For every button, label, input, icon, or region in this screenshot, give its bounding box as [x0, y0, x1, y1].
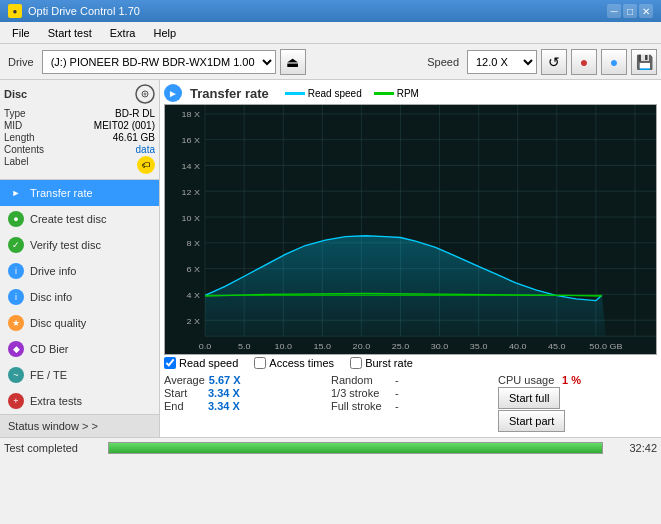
status-window-button[interactable]: Status window > >: [0, 414, 159, 437]
svg-text:16 X: 16 X: [182, 136, 201, 145]
nav-extra-tests[interactable]: + Extra tests: [0, 388, 159, 414]
nav-transfer-rate-label: Transfer rate: [30, 187, 93, 199]
disc-type-row: Type BD-R DL: [4, 108, 155, 119]
disc-length-row: Length 46.61 GB: [4, 132, 155, 143]
cd-bier-icon: ◆: [8, 341, 24, 357]
stat-end: End 3.34 X: [164, 400, 323, 412]
nav-transfer-rate[interactable]: ► Transfer rate: [0, 180, 159, 206]
menu-help[interactable]: Help: [145, 23, 184, 43]
svg-text:12 X: 12 X: [182, 187, 201, 196]
access-times-checkbox[interactable]: [254, 357, 266, 369]
disc-mid-value: MEIT02 (001): [94, 120, 155, 131]
disc-label-row: Label 🏷: [4, 156, 155, 174]
drive-label: Drive: [4, 56, 38, 68]
one-third-stroke-value: -: [395, 387, 399, 399]
nav-drive-info[interactable]: i Drive info: [0, 258, 159, 284]
disc-panel: Disc Type BD-R DL MID MEIT02 (001) Leng: [0, 80, 159, 180]
window-controls: ─ □ ✕: [607, 4, 653, 18]
chart-header: ► Transfer rate Read speed RPM: [164, 84, 657, 102]
maximize-button[interactable]: □: [623, 4, 637, 18]
legend-read-speed: Read speed: [285, 88, 362, 99]
svg-point-2: [144, 93, 147, 96]
full-stroke-value: -: [395, 400, 399, 412]
stat-start: Start 3.34 X: [164, 387, 323, 399]
disc-contents-value: data: [136, 144, 155, 155]
eject-button[interactable]: ⏏: [280, 49, 306, 75]
nav-menu: ► Transfer rate ● Create test disc ✓ Ver…: [0, 180, 159, 414]
svg-text:14 X: 14 X: [182, 162, 201, 171]
stat-start-full: Start full: [498, 387, 657, 409]
nav-create-test-disc[interactable]: ● Create test disc: [0, 206, 159, 232]
stat-1-3-stroke: 1/3 stroke -: [331, 387, 490, 399]
access-times-checkbox-item: Access times: [254, 357, 334, 369]
color1-button[interactable]: ●: [571, 49, 597, 75]
drive-info-icon: i: [8, 263, 24, 279]
legend-read-color: [285, 92, 305, 95]
stat-start-part: Start part: [498, 410, 657, 432]
chart-title: Transfer rate: [190, 86, 269, 101]
disc-info-icon: i: [8, 289, 24, 305]
nav-cd-bier[interactable]: ◆ CD Bier: [0, 336, 159, 362]
status-window-label: Status window > >: [8, 420, 98, 432]
nav-fe-te-label: FE / TE: [30, 369, 67, 381]
read-speed-checkbox[interactable]: [164, 357, 176, 369]
extra-tests-icon: +: [8, 393, 24, 409]
status-bar: Test completed 32:42: [0, 437, 661, 457]
burst-rate-checkbox-item: Burst rate: [350, 357, 413, 369]
disc-label-label: Label: [4, 156, 28, 174]
svg-text:0.0: 0.0: [199, 341, 212, 350]
nav-cd-bier-label: CD Bier: [30, 343, 69, 355]
nav-verify-test-disc[interactable]: ✓ Verify test disc: [0, 232, 159, 258]
close-button[interactable]: ✕: [639, 4, 653, 18]
stats-row-1: Average 5.67 X Start 3.34 X End 3.34 X R…: [164, 373, 657, 433]
verify-test-disc-icon: ✓: [8, 237, 24, 253]
minimize-button[interactable]: ─: [607, 4, 621, 18]
progress-bar-fill: [109, 443, 602, 453]
disc-type-label: Type: [4, 108, 26, 119]
burst-rate-checkbox[interactable]: [350, 357, 362, 369]
disc-contents-label: Contents: [4, 144, 44, 155]
legend-read-label: Read speed: [308, 88, 362, 99]
save-button[interactable]: 💾: [631, 49, 657, 75]
speed-label: Speed: [423, 56, 463, 68]
nav-disc-quality[interactable]: ★ Disc quality: [0, 310, 159, 336]
disc-type-value: BD-R DL: [115, 108, 155, 119]
disc-section-title: Disc: [4, 88, 27, 100]
drive-select[interactable]: (J:) PIONEER BD-RW BDR-WX1DM 1.00: [42, 50, 276, 74]
app-title: Opti Drive Control 1.70: [28, 5, 140, 17]
menu-extra[interactable]: Extra: [102, 23, 144, 43]
start-part-button[interactable]: Start part: [498, 410, 565, 432]
start-full-button[interactable]: Start full: [498, 387, 560, 409]
nav-fe-te[interactable]: ~ FE / TE: [0, 362, 159, 388]
stat-col-middle: Random - 1/3 stroke - Full stroke -: [331, 373, 490, 433]
svg-text:45.0: 45.0: [548, 341, 566, 350]
start-label: Start: [164, 387, 204, 399]
nav-disc-info[interactable]: i Disc info: [0, 284, 159, 310]
stat-cpu: CPU usage 1 %: [498, 374, 657, 386]
end-value: 3.34 X: [208, 400, 248, 412]
start-value: 3.34 X: [208, 387, 248, 399]
transfer-rate-icon: ►: [8, 185, 24, 201]
color2-button[interactable]: ●: [601, 49, 627, 75]
cpu-value: 1 %: [562, 374, 602, 386]
speed-select[interactable]: 12.0 X: [467, 50, 537, 74]
disc-label-icon: 🏷: [137, 156, 155, 174]
svg-text:50.0 GB: 50.0 GB: [589, 341, 622, 350]
disc-mid-row: MID MEIT02 (001): [4, 120, 155, 131]
access-times-label: Access times: [269, 357, 334, 369]
svg-text:40.0: 40.0: [509, 341, 527, 350]
app-icon: ●: [8, 4, 22, 18]
stat-full-stroke: Full stroke -: [331, 400, 490, 412]
refresh-button[interactable]: ↺: [541, 49, 567, 75]
nav-drive-info-label: Drive info: [30, 265, 76, 277]
end-label: End: [164, 400, 204, 412]
progress-bar-container: [108, 442, 603, 454]
menu-start-test[interactable]: Start test: [40, 23, 100, 43]
svg-text:30.0: 30.0: [431, 341, 449, 350]
random-label: Random: [331, 374, 391, 386]
chart-legend: Read speed RPM: [285, 88, 419, 99]
disc-contents-row: Contents data: [4, 144, 155, 155]
menu-file[interactable]: File: [4, 23, 38, 43]
chart-area: ► Transfer rate Read speed RPM: [160, 80, 661, 437]
svg-text:20.0: 20.0: [353, 341, 371, 350]
